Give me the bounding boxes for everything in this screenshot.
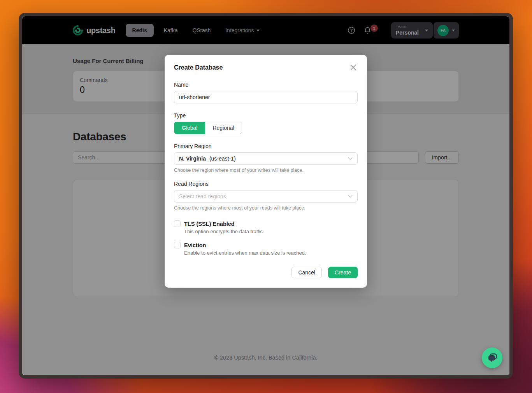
database-name-input[interactable] bbox=[174, 91, 358, 103]
read-regions-select[interactable]: Select read regions bbox=[174, 190, 358, 203]
primary-region-value: N. Virginia bbox=[179, 155, 206, 162]
tls-label: TLS (SSL) Enabled bbox=[184, 221, 235, 227]
type-option-regional[interactable]: Regional bbox=[205, 122, 242, 134]
chat-bubbles-icon bbox=[486, 352, 498, 364]
primary-region-select[interactable]: N. Virginia (us-east-1) bbox=[174, 152, 358, 165]
primary-region-help: Choose the region where most of your wri… bbox=[174, 168, 358, 173]
name-field-group: Name bbox=[174, 82, 358, 103]
type-segmented-control: Global Regional bbox=[174, 122, 358, 134]
primary-region-label: Primary Region bbox=[174, 143, 358, 149]
read-regions-group: Read Regions Select read regions Choose … bbox=[174, 181, 358, 211]
eviction-checkbox[interactable] bbox=[174, 242, 181, 248]
chevron-down-icon bbox=[348, 157, 353, 160]
read-regions-label: Read Regions bbox=[174, 181, 358, 187]
tls-option-group: TLS (SSL) Enabled This option encrypts t… bbox=[174, 220, 358, 234]
chat-widget-button[interactable] bbox=[482, 348, 502, 368]
create-button[interactable]: Create bbox=[328, 267, 358, 278]
eviction-label: Eviction bbox=[184, 242, 206, 248]
chevron-down-icon bbox=[348, 195, 353, 198]
cancel-button[interactable]: Cancel bbox=[291, 267, 322, 278]
tls-help: This option encrypts the data traffic. bbox=[184, 229, 358, 234]
primary-region-group: Primary Region N. Virginia (us-east-1) C… bbox=[174, 143, 358, 173]
eviction-option-group: Eviction Enable to evict entries when ma… bbox=[174, 242, 358, 256]
tls-checkbox[interactable] bbox=[174, 220, 181, 227]
type-label: Type bbox=[174, 112, 358, 119]
close-button[interactable] bbox=[349, 63, 358, 72]
type-field-group: Type Global Regional bbox=[174, 112, 358, 134]
read-regions-placeholder: Select read regions bbox=[179, 193, 348, 199]
eviction-help: Enable to evict entries when max data si… bbox=[184, 250, 358, 256]
type-option-global[interactable]: Global bbox=[174, 122, 205, 134]
modal-title: Create Database bbox=[174, 64, 223, 71]
primary-region-code: (us-east-1) bbox=[209, 155, 236, 162]
create-database-modal: Create Database Name Type bbox=[165, 55, 367, 288]
browser-window: upstash Redis Kafka QStash Integrations bbox=[19, 13, 513, 379]
desktop-wallpaper: upstash Redis Kafka QStash Integrations bbox=[0, 0, 532, 393]
name-label: Name bbox=[174, 82, 358, 88]
close-icon bbox=[350, 65, 356, 70]
read-regions-help: Choose the regions where most of your re… bbox=[174, 205, 358, 211]
